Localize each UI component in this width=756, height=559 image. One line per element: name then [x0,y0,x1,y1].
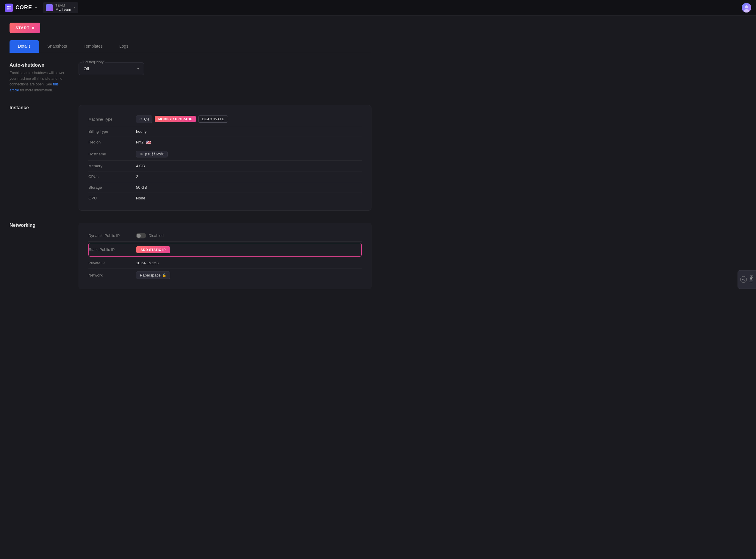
svg-rect-2 [7,8,9,9]
field-val-gpu: None [136,196,145,200]
frequency-chevron-icon: ▾ [137,67,139,71]
field-val-hostname: ID ps0ji6zd6 [136,151,167,157]
team-info: TEAM ML Team [55,4,71,12]
table-row: Billing Type hourly [88,126,362,137]
help-circle-icon: ? [740,276,747,283]
lock-icon: 🔒 [162,273,166,277]
frequency-select[interactable]: Off ▾ [78,63,144,75]
table-row: CPUs 2 [88,172,362,182]
auto-shutdown-label: Auto-shutdown Enabling auto shutdown wil… [9,63,69,93]
svg-rect-1 [9,6,11,7]
static-ip-row: Static Public IP ADD STATIC IP [88,243,362,256]
auto-shutdown-section: Auto-shutdown Enabling auto shutdown wil… [9,63,371,93]
machine-type-badge: ⊙ C4 [136,115,153,123]
tab-snapshots[interactable]: Snapshots [39,40,75,53]
brand-chevron-icon[interactable]: ▾ [35,6,37,10]
field-val-private-ip: 10.64.15.253 [136,261,159,265]
table-row: Private IP 10.64.15.253 [88,258,362,268]
add-static-ip-button[interactable]: ADD STATIC IP [136,246,170,253]
field-key-network: Network [88,273,136,277]
hostname-badge: ID ps0ji6zd6 [136,151,167,157]
field-val-static-ip: ADD STATIC IP [136,246,170,253]
field-key-cpus: CPUs [88,174,136,179]
instance-title: Instance [9,105,69,110]
field-key-static-ip: Static Public IP [89,247,136,252]
networking-title: Networking [9,223,69,228]
team-icon [46,4,53,11]
svg-rect-0 [7,6,9,7]
table-row: Hostname ID ps0ji6zd6 [88,148,362,161]
table-row: Network Paperspace 🔒 [88,268,362,282]
table-row: Region NY2 🇺🇸 [88,137,362,148]
svg-point-5 [745,5,748,8]
field-key-machine-type: Machine Type [88,117,136,121]
field-val-network: Paperspace 🔒 [136,271,170,279]
field-key-storage: Storage [88,185,136,189]
field-val-cpus: 2 [136,174,138,179]
table-row: GPU None [88,193,362,203]
network-badge: Paperspace 🔒 [136,271,170,279]
table-row: Storage 50 GB [88,182,362,193]
field-key-private-ip: Private IP [88,261,136,265]
deactivate-button[interactable]: DEACTIVATE [198,115,228,122]
start-button[interactable]: START [9,23,40,33]
table-row: Machine Type ⊙ C4 MODIFY / UPGRADE DEACT… [88,113,362,126]
field-val-memory: 4 GB [136,164,145,168]
topnav: CORE ▾ TEAM ML Team ▾ [0,0,756,16]
field-key-hostname: Hostname [88,152,136,156]
frequency-value: Off [84,66,89,71]
dynamic-ip-toggle[interactable] [136,233,146,239]
brand-logo [5,4,13,12]
team-label: TEAM [55,4,71,7]
dynamic-ip-status: Disabled [148,233,164,238]
tabs-container: Details Snapshots Templates Logs [9,40,371,53]
tab-logs[interactable]: Logs [111,40,137,53]
topnav-right [742,3,751,13]
frequency-label: Set frequency [82,60,105,64]
id-label: ID [139,152,143,156]
field-val-storage: 50 GB [136,185,147,189]
help-button[interactable]: Help ? [737,270,756,289]
field-val-billing: hourly [136,129,146,134]
auto-shutdown-description: Enabling auto shutdown will power your m… [9,70,69,93]
table-row: Memory 4 GB [88,161,362,172]
help-label: Help [749,275,753,284]
field-key-gpu: GPU [88,196,136,200]
tab-details[interactable]: Details [9,40,39,53]
table-row: Dynamic Public IP Disabled [88,230,362,242]
field-key-region: Region [88,140,136,144]
instance-section: Instance Machine Type ⊙ C4 MODIFY / UPGR… [9,105,371,211]
svg-rect-3 [9,8,11,9]
field-val-dynamic-ip: Disabled [136,233,164,239]
field-key-dynamic-ip: Dynamic Public IP [88,233,136,238]
team-name: ML Team [55,7,71,12]
frequency-wrapper: Set frequency Off ▾ [78,63,144,75]
start-dot-icon [32,27,34,29]
main-content: START Details Snapshots Templates Logs A… [0,16,381,308]
machine-type-icon: ⊙ [139,117,142,121]
hostname-value: ps0ji6zd6 [145,152,164,156]
modify-upgrade-button[interactable]: MODIFY / UPGRADE [155,116,196,122]
machine-type-value: C4 [144,117,149,121]
network-card: Dynamic Public IP Disabled Static Public… [78,223,371,289]
region-value: NY2 [136,140,143,144]
region-flag-icon: 🇺🇸 [146,140,151,145]
networking-content: Dynamic Public IP Disabled Static Public… [78,223,371,289]
network-name: Paperspace [140,273,160,277]
field-val-region: NY2 🇺🇸 [136,140,151,145]
auto-shutdown-title: Auto-shutdown [9,63,69,68]
field-key-memory: Memory [88,164,136,168]
networking-section: Networking Dynamic Public IP Disabled St… [9,223,371,289]
avatar[interactable] [742,3,751,13]
instance-card: Machine Type ⊙ C4 MODIFY / UPGRADE DEACT… [78,105,371,211]
brand: CORE ▾ [5,4,37,12]
field-key-billing: Billing Type [88,129,136,134]
tab-templates[interactable]: Templates [75,40,111,53]
start-label: START [16,26,29,30]
team-selector[interactable]: TEAM ML Team ▾ [43,2,78,13]
auto-shutdown-content: Set frequency Off ▾ [78,63,371,75]
team-chevron-icon: ▾ [73,6,75,9]
networking-label: Networking [9,223,69,230]
field-val-machine-type: ⊙ C4 MODIFY / UPGRADE DEACTIVATE [136,115,228,123]
brand-name: CORE [16,4,32,11]
